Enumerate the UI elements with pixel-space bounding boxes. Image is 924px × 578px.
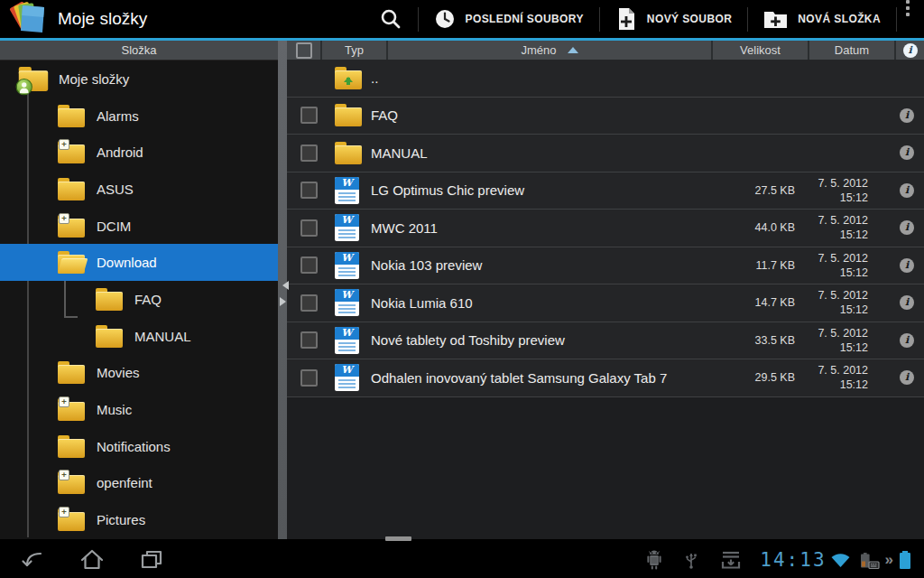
user-badge-icon [16, 79, 32, 95]
row-checkbox[interactable] [300, 219, 318, 237]
new-file-label: NOVÝ SOUBOR [647, 13, 732, 25]
sidebar-folder-item[interactable]: Music [0, 391, 278, 428]
info-icon[interactable] [900, 258, 914, 273]
file-size: 44.0 KB [705, 221, 795, 234]
wifi-icon [828, 550, 853, 570]
file-name: MWC 2011 [371, 220, 705, 236]
folder-icon [96, 324, 123, 349]
app-icon [7, 2, 49, 36]
file-row[interactable]: MWC 2011 44.0 KB 7. 5. 201215:12 [287, 210, 924, 247]
back-button[interactable] [18, 545, 47, 574]
select-all-header[interactable] [287, 41, 322, 60]
file-name: Nokia 103 preview [371, 257, 705, 273]
sidebar-folder-item[interactable]: FAQ [0, 281, 278, 318]
file-size: 27.5 KB [705, 184, 795, 197]
recent-files-button[interactable]: POSLEDNÍ SOUBORY [419, 0, 599, 38]
file-row[interactable]: Nokia Lumia 610 14.7 KB 7. 5. 201215:12 [287, 284, 924, 322]
file-date-line2: 15:12 [795, 378, 868, 392]
panel-resize-divider[interactable] [278, 41, 287, 539]
row-checkbox[interactable] [300, 144, 318, 162]
file-row[interactable]: .. [287, 60, 924, 98]
column-header-date[interactable]: Datum [809, 41, 896, 60]
search-button[interactable] [364, 0, 418, 38]
sidebar-folder-item[interactable]: Alarms [0, 98, 278, 135]
word-document-icon [335, 327, 359, 354]
file-name: .. [371, 70, 705, 86]
action-bar-actions: POSLEDNÍ SOUBORY NOVÝ SOUBOR [364, 0, 919, 38]
column-header-size[interactable]: Velikost [713, 41, 809, 60]
home-button[interactable] [78, 545, 106, 574]
column-header-type[interactable]: Typ [322, 41, 388, 60]
file-manager-screen: Moje složky POSLEDNÍ SOUBORY [0, 0, 924, 578]
file-date-line1: 7. 5. 2012 [795, 363, 868, 378]
folder-label: Alarms [97, 108, 139, 124]
file-date-line2: 15:12 [795, 191, 868, 205]
file-date-line2: 15:12 [795, 228, 868, 242]
word-document-icon [335, 214, 359, 241]
sidebar-folder-item[interactable]: openfeint [0, 465, 278, 502]
row-checkbox[interactable] [300, 294, 318, 312]
scrollbar-thumb[interactable] [385, 536, 411, 541]
file-name: Nokia Lumia 610 [371, 295, 705, 311]
folder-icon [96, 287, 123, 312]
row-checkbox[interactable] [300, 256, 318, 274]
info-icon[interactable] [900, 108, 914, 123]
folder-icon [58, 140, 85, 164]
word-document-icon [335, 289, 359, 316]
overflow-menu-button[interactable] [897, 0, 919, 38]
file-date-line2: 15:12 [795, 303, 868, 317]
file-date-line2: 15:12 [795, 266, 868, 280]
expand-badge-icon [59, 139, 69, 150]
file-row[interactable]: MANUAL [287, 135, 924, 172]
row-checkbox[interactable] [300, 107, 318, 124]
sidebar-folder-item[interactable]: Pictures [0, 501, 278, 538]
info-icon[interactable] [900, 145, 914, 160]
collapse-right-icon[interactable] [280, 297, 291, 306]
chevron-expand-icon [885, 551, 893, 569]
action-bar: Moje složky POSLEDNÍ SOUBORY [0, 0, 924, 38]
new-folder-label: NOVÁ SLOŽKA [798, 13, 881, 25]
info-icon[interactable] [900, 370, 914, 385]
select-all-checkbox[interactable] [296, 42, 312, 59]
folder-panel: Složka Moje složky Alarms Android ASUS D… [0, 41, 278, 539]
search-icon [379, 7, 402, 31]
info-icon[interactable] [900, 295, 914, 310]
sidebar-folder-item[interactable]: Movies [0, 355, 278, 392]
collapse-left-icon[interactable] [278, 281, 289, 290]
dock-battery-icon [858, 549, 882, 571]
file-row[interactable]: FAQ [287, 98, 924, 135]
column-headers: Typ Jméno Velikost Datum [287, 41, 924, 60]
folder-icon [58, 397, 85, 422]
info-icon[interactable] [900, 183, 914, 198]
sidebar-folder-item[interactable]: Notifications [0, 428, 278, 465]
file-row[interactable]: Nokia 103 preview 11.7 KB 7. 5. 201215:1… [287, 247, 924, 285]
sidebar-folder-item[interactable]: ASUS [0, 171, 278, 208]
info-icon[interactable] [900, 220, 914, 235]
recent-apps-button[interactable] [137, 545, 166, 574]
file-rows: .. FAQ MAN [287, 60, 924, 397]
sidebar-folder-item[interactable]: Moje složky [0, 61, 278, 98]
row-checkbox[interactable] [300, 182, 318, 199]
folder-icon [335, 141, 362, 165]
file-date: 7. 5. 201215:12 [795, 213, 890, 243]
content-area: Složka Moje složky Alarms Android ASUS D… [0, 41, 924, 539]
sidebar-folder-item[interactable]: Download [0, 244, 278, 281]
file-row[interactable]: Nové tablety od Toshiby preview 33.5 KB … [287, 322, 924, 360]
column-header-info[interactable] [896, 41, 924, 60]
new-file-button[interactable]: NOVÝ SOUBOR [600, 0, 747, 38]
file-row[interactable]: Odhalen inovovaný tablet Samsung Galaxy … [287, 359, 924, 397]
row-checkbox[interactable] [300, 369, 318, 387]
folder-label: FAQ [134, 292, 162, 307]
sidebar-folder-item[interactable]: DCIM [0, 208, 278, 245]
screenshot-icon [720, 550, 742, 570]
folder-icon [335, 66, 362, 90]
new-folder-button[interactable]: NOVÁ SLOŽKA [748, 0, 896, 38]
column-header-name[interactable]: Jméno [388, 41, 713, 60]
file-row[interactable]: LG Optimus Chic preview 27.5 KB 7. 5. 20… [287, 172, 924, 210]
row-checkbox[interactable] [300, 331, 318, 349]
status-tray[interactable]: 14:13 [624, 548, 913, 572]
sidebar-folder-item[interactable]: MANUAL [0, 318, 278, 355]
info-icon[interactable] [900, 333, 914, 348]
folder-label: MANUAL [134, 329, 191, 344]
sidebar-folder-item[interactable]: Android [0, 134, 278, 171]
